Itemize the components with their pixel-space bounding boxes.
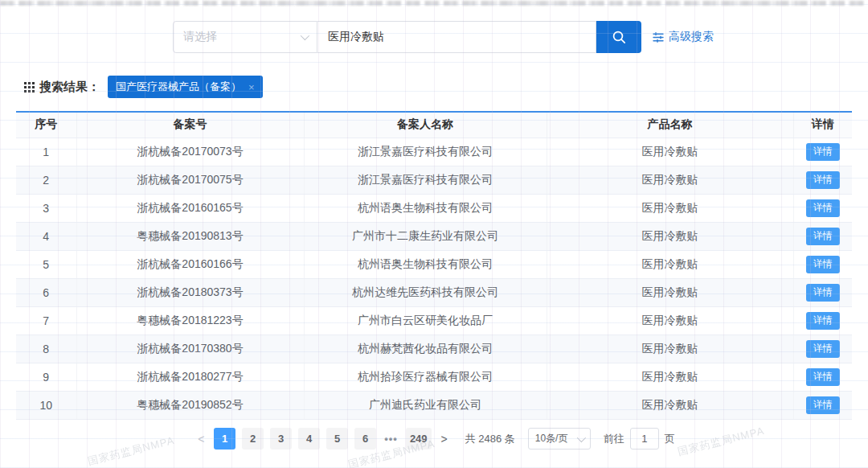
row-index: 4 xyxy=(16,222,76,250)
detail-cell: 详情 xyxy=(793,222,852,250)
detail-button[interactable]: 详情 xyxy=(806,228,840,245)
detail-cell: 详情 xyxy=(793,194,852,222)
product-name-cell: 医用冷敷贴 xyxy=(547,335,793,363)
detail-button[interactable]: 详情 xyxy=(806,312,840,330)
page-size-value: 10条/页 xyxy=(535,432,568,445)
registrant-name-cell: 杭州语奥生物科技有限公司 xyxy=(304,194,547,222)
row-index: 2 xyxy=(16,166,76,194)
search-button[interactable] xyxy=(596,21,641,53)
record-number-cell: 粤穗械备20190813号 xyxy=(76,222,304,250)
row-index: 3 xyxy=(16,194,76,222)
more-pages-icon[interactable]: ••• xyxy=(383,433,399,445)
registrant-name-cell: 广州市白云区研美化妆品厂 xyxy=(304,306,547,335)
product-name-cell: 医用冷敷贴 xyxy=(547,138,793,166)
cropped-top-text-strip xyxy=(0,1,868,6)
goto-page-input[interactable] xyxy=(630,428,659,450)
detail-cell: 详情 xyxy=(793,166,852,194)
detail-button[interactable]: 详情 xyxy=(806,396,840,414)
row-index: 8 xyxy=(16,335,76,363)
detail-cell: 详情 xyxy=(793,250,852,278)
column-header-product: 产品名称 xyxy=(547,112,793,138)
record-number-cell: 粤穗械备20190852号 xyxy=(76,391,304,419)
page-button[interactable]: 1 xyxy=(214,428,235,450)
product-name-cell: 医用冷敷贴 xyxy=(547,391,793,419)
detail-button[interactable]: 详情 xyxy=(806,284,840,302)
registrant-name-cell: 杭州语奥生物科技有限公司 xyxy=(304,250,547,278)
row-index: 10 xyxy=(16,391,76,419)
detail-button[interactable]: 详情 xyxy=(806,143,840,161)
record-number-cell: 浙杭械备20180277号 xyxy=(76,363,304,391)
page-button[interactable]: 249 xyxy=(406,428,432,450)
table-row: 4粤穗械备20190813号广州市十二康生药业有限公司医用冷敷贴详情 xyxy=(16,222,852,250)
column-header-record-no: 备案号 xyxy=(76,112,304,138)
detail-button[interactable]: 详情 xyxy=(806,368,840,386)
page-size-select[interactable]: 10条/页 xyxy=(528,428,591,450)
table-body: 1浙杭械备20170073号浙江景嘉医疗科技有限公司医用冷敷贴详情2浙杭械备20… xyxy=(16,138,852,419)
goto-page-group: 前往 页 xyxy=(604,428,675,450)
filter-tag[interactable]: 国产医疗器械产品（备案） × xyxy=(108,76,263,98)
table-row: 6浙杭械备20180373号杭州达维先医药科技有限公司医用冷敷贴详情 xyxy=(16,278,852,306)
page-button[interactable]: 3 xyxy=(270,428,292,450)
chevron-down-icon xyxy=(577,433,586,441)
table-row: 5浙杭械备20160166号杭州语奥生物科技有限公司医用冷敷贴详情 xyxy=(16,250,852,278)
search-input[interactable] xyxy=(317,21,596,53)
row-index: 7 xyxy=(16,306,76,335)
pagination-bar: < 123456•••249 > 共 2486 条 10条/页 前往 页 xyxy=(0,428,868,450)
product-name-cell: 医用冷敷贴 xyxy=(547,222,793,250)
filter-sliders-icon xyxy=(653,32,664,43)
advanced-search-link[interactable]: 高级搜索 xyxy=(653,21,714,53)
advanced-search-label: 高级搜索 xyxy=(669,30,714,44)
next-page-button[interactable]: > xyxy=(436,433,452,445)
column-header-registrant: 备案人名称 xyxy=(304,112,547,138)
product-name-cell: 医用冷敷贴 xyxy=(547,250,793,278)
goto-label: 前往 xyxy=(604,432,624,446)
record-number-cell: 浙杭械备20170075号 xyxy=(76,166,304,194)
record-number-cell: 浙杭械备20160165号 xyxy=(76,194,304,222)
table-row: 8浙杭械备20170380号杭州赫梵茜化妆品有限公司医用冷敷贴详情 xyxy=(16,335,852,363)
record-number-cell: 浙杭械备20180373号 xyxy=(76,278,304,306)
category-select[interactable]: 请选择 xyxy=(173,21,317,53)
registrant-name-cell: 广州迪氏药业有限公司 xyxy=(304,391,547,419)
row-index: 1 xyxy=(16,138,76,166)
product-name-cell: 医用冷敷贴 xyxy=(547,363,793,391)
page-button[interactable]: 2 xyxy=(242,428,264,450)
row-index: 5 xyxy=(16,250,76,278)
detail-button[interactable]: 详情 xyxy=(806,171,840,189)
product-name-cell: 医用冷敷贴 xyxy=(547,306,793,335)
registrant-name-cell: 杭州赫梵茜化妆品有限公司 xyxy=(304,335,547,363)
record-number-cell: 粤穗械备20181223号 xyxy=(76,306,304,335)
filter-tag-label: 国产医疗器械产品（备案） xyxy=(116,80,241,94)
page-button[interactable]: 5 xyxy=(326,428,348,450)
column-header-detail: 详情 xyxy=(793,112,852,138)
results-label: 搜索结果： xyxy=(39,80,100,95)
table-row: 10粤穗械备20190852号广州迪氏药业有限公司医用冷敷贴详情 xyxy=(16,391,852,419)
record-number-cell: 浙杭械备20160166号 xyxy=(76,250,304,278)
goto-suffix-label: 页 xyxy=(665,432,675,446)
row-index: 6 xyxy=(16,278,76,306)
table-row: 7粤穗械备20181223号广州市白云区研美化妆品厂医用冷敷贴详情 xyxy=(16,306,852,335)
row-index: 9 xyxy=(16,363,76,391)
page-button[interactable]: 4 xyxy=(298,428,320,450)
prev-page-button[interactable]: < xyxy=(193,433,209,445)
page-button[interactable]: 6 xyxy=(354,428,376,450)
product-name-cell: 医用冷敷贴 xyxy=(547,278,793,306)
table-header: 序号 备案号 备案人名称 产品名称 详情 xyxy=(16,112,852,138)
results-header: 搜索结果： 国产医疗器械产品（备案） × xyxy=(24,75,263,99)
detail-cell: 详情 xyxy=(793,335,852,363)
product-name-cell: 医用冷敷贴 xyxy=(547,194,793,222)
detail-button[interactable]: 详情 xyxy=(806,256,840,273)
search-bar: 请选择 高级搜索 xyxy=(173,21,714,53)
registrant-name-cell: 浙江景嘉医疗科技有限公司 xyxy=(304,138,547,166)
search-icon xyxy=(612,30,627,45)
detail-cell: 详情 xyxy=(793,138,852,166)
table-row: 2浙杭械备20170075号浙江景嘉医疗科技有限公司医用冷敷贴详情 xyxy=(16,166,852,194)
page-list: 123456•••249 xyxy=(214,428,431,450)
detail-button[interactable]: 详情 xyxy=(806,199,840,217)
registrant-name-cell: 广州市十二康生药业有限公司 xyxy=(304,222,547,250)
detail-button[interactable]: 详情 xyxy=(806,340,840,358)
detail-cell: 详情 xyxy=(793,306,852,335)
tag-close-icon[interactable]: × xyxy=(248,82,255,92)
registrant-name-cell: 浙江景嘉医疗科技有限公司 xyxy=(304,166,547,194)
table-row: 3浙杭械备20160165号杭州语奥生物科技有限公司医用冷敷贴详情 xyxy=(16,194,852,222)
category-select-placeholder: 请选择 xyxy=(183,30,217,44)
